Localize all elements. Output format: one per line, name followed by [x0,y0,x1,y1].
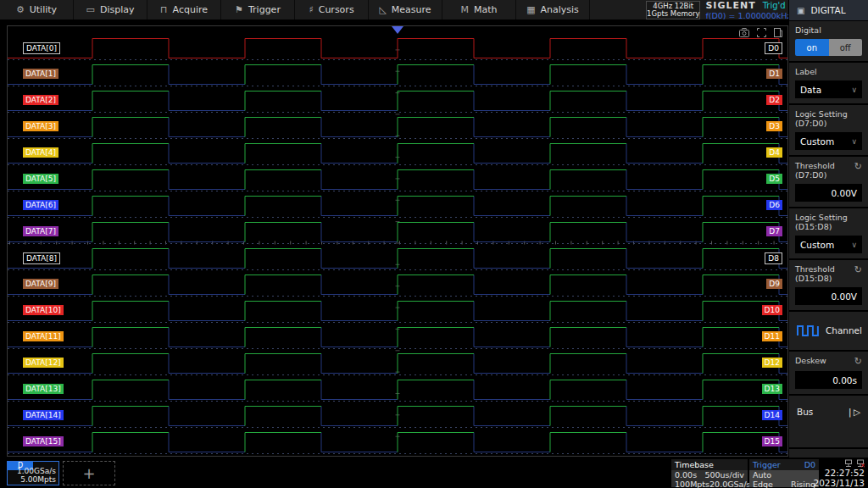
menu-item-trigger[interactable]: ⚑Trigger [221,0,295,19]
channel-badge-d13[interactable]: D13 [762,384,782,394]
gear-icon: ⚙ [16,4,25,15]
channel-label-d4[interactable]: DATA[4] [23,147,58,158]
channel-badge-d5[interactable]: D5 [766,174,782,184]
label-section: Label Data ∨ [789,63,868,105]
top-status-area: 4GHz 12Bit 1Gpts Memory SIGLENT Trig'd f… [593,0,788,20]
channel-badge-d0[interactable]: D0 [765,42,782,54]
menu-item-utility[interactable]: ⚙Utility [0,0,74,19]
digital-channel-descriptor[interactable]: D 1.00GSa/s 5.00Mpts [7,461,59,485]
digital-on-button[interactable]: on [795,39,829,56]
trigger-title: Trigger [753,460,781,469]
menu-item-label: Utility [30,4,57,15]
waveform-grid[interactable]: DATA[0]D0DATA[1]D1DATA[2]D2DATA[3]D3DATA… [7,25,788,457]
logic1-title: Logic Setting [795,109,862,119]
digital-off-button[interactable]: off [829,39,863,56]
camera-icon[interactable] [739,28,749,37]
refresh-icon[interactable]: ↻ [854,264,862,275]
clock-block: × 22:27:52 2023/11/13 [813,459,865,488]
logic2-dropdown[interactable]: Custom ∨ [795,236,862,253]
label-dropdown[interactable]: Data ∨ [795,80,862,98]
channel-label-d10[interactable]: DATA[10] [23,305,64,315]
channel-label-d2[interactable]: DATA[2] [23,95,58,105]
timebase-delay: 0.00s [675,470,697,480]
menu-item-math[interactable]: MMath [442,0,516,19]
frequency-readout: f(D0) = 1.000000kHz [705,11,791,20]
deskew-title: Deskew [795,356,826,365]
channel-badge-d4[interactable]: D4 [766,147,782,158]
channel-label-d9[interactable]: DATA[9] [23,279,58,289]
threshold2-input[interactable]: 0.00V [795,287,862,305]
trigger-slope: Rising [791,480,815,488]
channel-badge-d14[interactable]: D14 [762,410,782,420]
channel-badge-d9[interactable]: D9 [766,279,782,289]
channel-badge-d2[interactable]: D2 [766,95,782,105]
fullscreen-icon[interactable] [757,28,766,37]
channel-label-d12[interactable]: DATA[12] [23,358,64,368]
trigger-panel[interactable]: Trigger D0 Auto Edge Rising [749,459,819,487]
label-title: Label [795,67,862,76]
brand-block: SIGLENT Trig'd f(D0) = 1.000000kHz [705,0,791,20]
square-wave-icon [797,324,819,336]
timebase-rate: 20.0GSa/s [709,480,751,488]
digital-traces [8,26,787,456]
channel-label-d8[interactable]: DATA[8] [23,252,60,264]
channel-badge-d12[interactable]: D12 [762,358,782,368]
channel-badge-d8[interactable]: D8 [765,252,782,264]
channel-badge-d11[interactable]: D11 [762,331,782,341]
channel-label-d15[interactable]: DATA[15] [23,436,64,446]
logic-setting1-section: Logic Setting (D7:D0) Custom ∨ [789,105,868,157]
bus-button[interactable]: Bus ❘▷ [795,400,862,442]
channel-label-d13[interactable]: DATA[13] [23,384,64,394]
menu-item-acquire[interactable]: ⊓Acquire [147,0,221,19]
logic2-value: Custom [800,240,834,250]
channel-badge-d15[interactable]: D15 [762,436,782,446]
refresh-icon[interactable]: ↻ [854,161,862,172]
channel-label-d1[interactable]: DATA[1] [23,69,58,79]
clock-time: 22:27:52 [813,468,865,478]
channel-label-d7[interactable]: DATA[7] [23,226,58,236]
network-icon [844,459,853,468]
channel-badge-d7[interactable]: D7 [766,226,782,236]
menu-item-measure[interactable]: ◺Measure [369,0,442,19]
channel-label-d0[interactable]: DATA[0] [23,42,60,54]
timebase-title: Timebase [675,460,714,469]
menu-item-cursors[interactable]: ♯Cursors [295,0,369,19]
flag-icon: ⚑ [235,4,243,15]
threshold1-title: Threshold [795,161,835,170]
digital-toggle: on off [795,39,862,56]
threshold1-input[interactable]: 0.00V [795,184,862,202]
trigger-status: Trig'd [763,1,786,10]
label-value: Data [800,85,821,95]
channel-badge-d3[interactable]: D3 [766,121,782,131]
channel-label-d6[interactable]: DATA[6] [23,200,58,210]
threshold2-section: Threshold (D15:D8) ↻ 0.00V [789,260,868,312]
menu-item-display[interactable]: ▭Display [74,0,147,19]
channel-label-d11[interactable]: DATA[11] [23,331,64,341]
channel-label-d14[interactable]: DATA[14] [23,410,64,420]
trigger-mode: Auto [753,470,771,480]
channel-badge-d6[interactable]: D6 [766,200,782,210]
add-channel-button[interactable]: + [63,461,115,485]
brand-logo: SIGLENT [705,0,755,11]
timebase-panel[interactable]: Timebase 0.00s 500us/div 100Mpts 20.0GSa… [671,459,748,487]
logic1-dropdown[interactable]: Custom ∨ [795,132,862,150]
flip-page-icon[interactable] [774,28,782,37]
refresh-icon[interactable]: ↻ [854,356,862,367]
bottom-status-bar: D 1.00GSa/s 5.00Mpts + Timebase 0.00s 50… [0,458,868,488]
trigger-position-marker[interactable] [392,26,403,34]
channel-badge-d1[interactable]: D1 [766,69,782,79]
plot-corner-icons [739,28,782,37]
measure-icon: ◺ [379,4,386,15]
menu-item-analysis[interactable]: ▦Analysis [516,0,590,19]
channel-label-d5[interactable]: DATA[5] [23,174,58,184]
threshold2-title: Threshold [795,264,835,274]
channel-button[interactable]: Channel [795,316,862,345]
analysis-icon: ▦ [526,4,535,15]
threshold1-section: Threshold (D7:D0) ↻ 0.00V [789,157,868,208]
channel-label: Channel [826,325,862,336]
channel-badge-d10[interactable]: D10 [762,305,782,315]
channel-label-d3[interactable]: DATA[3] [23,121,58,131]
menu-item-label: Analysis [541,4,579,15]
deskew-input[interactable]: 0.00s [795,371,862,389]
menu-item-label: Math [474,4,498,15]
